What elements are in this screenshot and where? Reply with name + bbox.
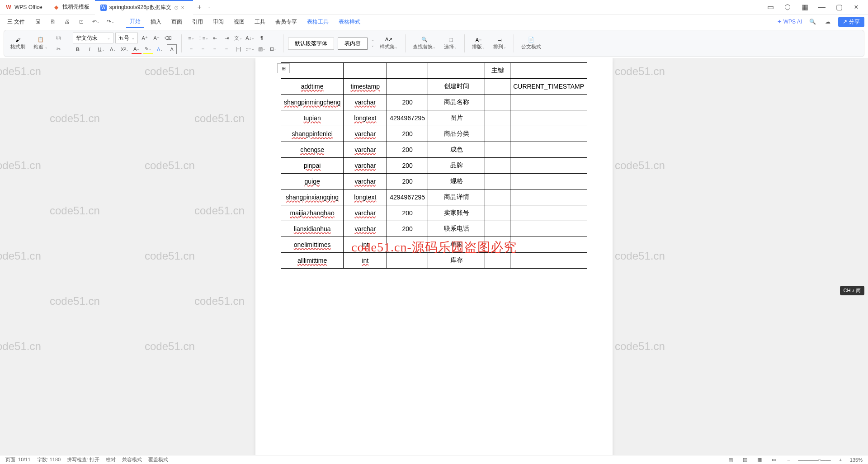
table-cell[interactable] <box>485 253 510 269</box>
table-cell[interactable] <box>510 221 587 237</box>
shading-icon[interactable]: ▨⌄ <box>257 44 267 54</box>
underline-icon[interactable]: U⌄ <box>96 44 106 54</box>
tab-template[interactable]: ◆ 找稻壳模板 <box>48 0 95 14</box>
table-cell[interactable]: varchar <box>344 174 387 189</box>
table-cell[interactable]: longtext <box>344 110 387 126</box>
table-cell[interactable]: chengse <box>281 142 343 158</box>
table-cell[interactable]: 规格 <box>428 174 485 189</box>
table-cell[interactable]: pinpai <box>281 158 343 174</box>
table-cell[interactable]: alllimittime <box>281 253 343 269</box>
table-cell[interactable]: 200 <box>387 126 428 142</box>
redo-icon[interactable]: ↷⌄ <box>105 17 115 27</box>
table-cell[interactable]: 联系电话 <box>428 221 485 237</box>
font-effect-icon[interactable]: A⌄ <box>155 44 165 54</box>
table-cell[interactable]: varchar <box>344 221 387 237</box>
table-cell[interactable] <box>387 79 428 95</box>
table-cell[interactable] <box>510 237 587 253</box>
table-cell[interactable]: onelimittimes <box>281 237 343 253</box>
style-down-icon[interactable]: ⌄ <box>371 43 374 47</box>
add-tab-button[interactable]: + <box>193 3 206 11</box>
table-cell[interactable]: 200 <box>387 174 428 189</box>
table-cell[interactable]: tupian <box>281 110 343 126</box>
table-cell[interactable]: 4294967295 <box>387 110 428 126</box>
cloud-icon[interactable]: ☁ <box>823 17 833 27</box>
table-cell[interactable] <box>485 174 510 189</box>
table-cell[interactable]: 单限 <box>428 237 485 253</box>
table-cell[interactable]: longtext <box>344 189 387 205</box>
status-page[interactable]: 页面: 10/11 <box>5 456 31 463</box>
table-cell[interactable] <box>510 174 587 189</box>
zoom-out-icon[interactable]: − <box>783 455 793 464</box>
minimize-icon[interactable]: — <box>816 2 827 13</box>
table-cell[interactable]: 图片 <box>428 110 485 126</box>
share-button[interactable]: ↗ 分享 <box>838 17 864 27</box>
align-left-icon[interactable]: ≡ <box>186 44 196 54</box>
menu-review[interactable]: 审阅 <box>209 16 227 28</box>
table-cell[interactable] <box>485 110 510 126</box>
table-cell[interactable]: 200 <box>387 95 428 110</box>
table-cell[interactable]: shangpinfenlei <box>281 126 343 142</box>
save-icon[interactable]: 🖫 <box>33 17 43 27</box>
menu-start[interactable]: 开始 <box>126 16 144 28</box>
clear-format-icon[interactable]: ⌫ <box>163 33 173 43</box>
menu-page[interactable]: 页面 <box>168 16 186 28</box>
table-cell[interactable] <box>485 126 510 142</box>
table-cell[interactable]: 200 <box>387 205 428 221</box>
font-name-select[interactable]: 华文仿宋⌄ <box>73 33 113 43</box>
zoom-slider[interactable]: ————○—— <box>798 457 831 463</box>
table-row[interactable]: onelimittimesint单限 <box>281 237 587 253</box>
table-cell[interactable] <box>510 205 587 221</box>
show-marks-icon[interactable]: ¶ <box>257 33 267 43</box>
paste-button[interactable]: 📋 粘贴 ⌄ <box>31 37 51 50</box>
undo-icon[interactable]: ↶⌄ <box>91 17 101 27</box>
table-row[interactable]: tupianlongtext4294967295图片 <box>281 110 587 126</box>
tab-menu-arrow-icon[interactable]: ⌄ <box>208 5 211 9</box>
table-cell[interactable] <box>387 237 428 253</box>
menu-member[interactable]: 会员专享 <box>272 16 301 28</box>
increase-font-icon[interactable]: A⁺ <box>140 33 150 43</box>
gov-mode-button[interactable]: 📄 公文模式 <box>519 37 544 50</box>
table-cell[interactable] <box>485 237 510 253</box>
table-cell[interactable]: 库存 <box>428 253 485 269</box>
table-cell[interactable] <box>510 158 587 174</box>
align-center-icon[interactable]: ≡ <box>198 44 208 54</box>
document-page[interactable]: ⊞ 主键 addtimetimestamp创建时间CURRENT_TIMESTA… <box>255 58 613 455</box>
wps-ai-button[interactable]: ✦ WPS AI <box>777 19 802 25</box>
status-compat[interactable]: 兼容模式 <box>122 456 142 463</box>
table-row[interactable]: chengsevarchar200成色 <box>281 142 587 158</box>
table-row[interactable]: alllimittimeint库存 <box>281 253 587 269</box>
line-spacing-icon[interactable]: ↕≡⌄ <box>245 44 255 54</box>
decrease-font-icon[interactable]: A⁻ <box>151 33 161 43</box>
table-cell[interactable]: 200 <box>387 221 428 237</box>
zoom-level[interactable]: 135% <box>850 457 863 463</box>
table-cell[interactable] <box>485 158 510 174</box>
style-body[interactable]: 表内容 <box>338 38 368 50</box>
table-cell[interactable] <box>510 142 587 158</box>
table-cell[interactable] <box>510 253 587 269</box>
database-table[interactable]: 主键 addtimetimestamp创建时间CURRENT_TIMESTAMP… <box>281 62 587 269</box>
table-cell[interactable]: timestamp <box>344 79 387 95</box>
ime-indicator[interactable]: CH ♪ 简 <box>840 286 865 295</box>
table-cell[interactable] <box>485 221 510 237</box>
copy-icon[interactable]: ⿻ <box>53 33 63 43</box>
menu-tools[interactable]: 工具 <box>251 16 269 28</box>
table-cell[interactable]: shangpinxiangqing <box>281 189 343 205</box>
view-web-icon[interactable]: ▦ <box>755 455 764 464</box>
table-row[interactable]: guigevarchar200规格 <box>281 174 587 189</box>
table-cell[interactable]: 成色 <box>428 142 485 158</box>
close-icon[interactable]: × <box>181 5 188 11</box>
table-cell[interactable] <box>485 95 510 110</box>
style-default[interactable]: 默认段落字体 <box>288 38 334 50</box>
char-border-icon[interactable]: A <box>167 44 177 54</box>
table-cell[interactable]: varchar <box>344 95 387 110</box>
table-cell[interactable]: 品牌 <box>428 158 485 174</box>
table-cell[interactable]: 4294967295 <box>387 189 428 205</box>
table-row[interactable]: shangpinfenleivarchar200商品分类 <box>281 126 587 142</box>
status-spell[interactable]: 拼写检查: 打开 <box>67 456 99 463</box>
table-cell[interactable]: int <box>344 237 387 253</box>
asian-layout-icon[interactable]: 文⌄ <box>233 33 243 43</box>
table-cell[interactable]: lianxidianhua <box>281 221 343 237</box>
window-pin-icon[interactable]: ▭ <box>765 2 776 13</box>
format-brush-button[interactable]: 🖌 格式刷 <box>8 37 28 50</box>
bold-icon[interactable]: B <box>73 44 83 54</box>
